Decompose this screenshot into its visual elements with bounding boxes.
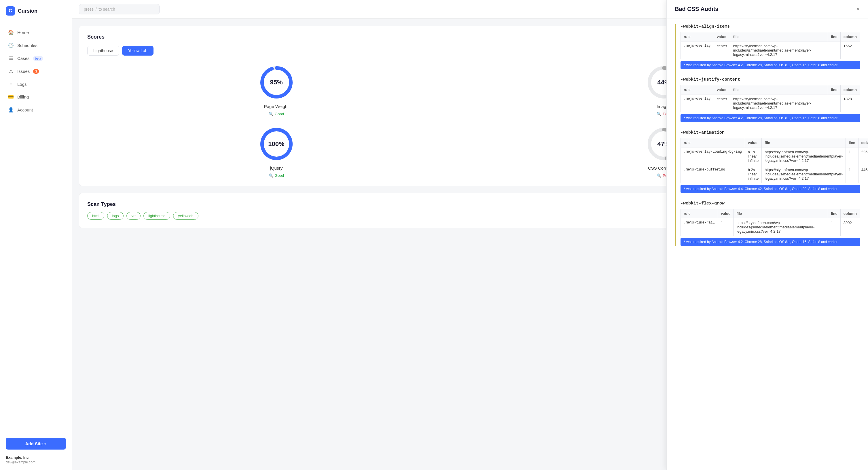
search-icon-jquery[interactable]: 🔍 xyxy=(269,174,273,178)
col-value-1: value xyxy=(714,32,730,41)
account-icon: 👤 xyxy=(8,107,14,113)
cell-rule: .mejs-time-rail xyxy=(681,218,718,236)
audit-rule-name-4: -webkit-flex-grow xyxy=(681,201,860,206)
table-row: .mejs-time-rail 1 https://styleofmen.com… xyxy=(681,218,860,236)
cell-file: https://styleofmen.com/wp-includes/js/me… xyxy=(762,165,846,183)
score-value-jquery: 100% xyxy=(268,140,284,148)
audit-note-1: * was required by Android Browser 4.2, C… xyxy=(681,61,860,69)
logo-area: C Cursion xyxy=(0,0,72,22)
col-rule-4: rule xyxy=(681,209,718,218)
cell-value: center xyxy=(714,94,730,112)
search-icon-pageweight[interactable]: 🔍 xyxy=(269,112,273,116)
audit-note-3: * was required by Android Browser 4.4, C… xyxy=(681,185,860,193)
beta-badge: beta xyxy=(33,56,43,61)
search-icon-images[interactable]: 🔍 xyxy=(657,112,661,116)
cell-rule: .mejs-overlay xyxy=(681,94,714,112)
sidebar-item-account[interactable]: 👤 Account xyxy=(2,104,69,116)
user-info: Example, Inc dev@example.com xyxy=(6,454,66,465)
cell-value: 1 xyxy=(718,218,734,236)
table-row: .mejs-overlay center https://styleofmen.… xyxy=(681,41,860,59)
tab-lighthouse[interactable]: Lighthouse xyxy=(87,46,119,56)
sidebar-footer: Add Site + Example, Inc dev@example.com xyxy=(0,433,72,470)
tag-lighthouse: lighthouse xyxy=(144,212,170,220)
col-file-3: file xyxy=(762,138,846,148)
sidebar-item-billing[interactable]: 💳 Billing xyxy=(2,91,69,103)
sidebar-item-label: Logs xyxy=(17,82,27,87)
col-value-4: value xyxy=(718,209,734,218)
cell-line: 1 xyxy=(828,41,840,59)
search-bar[interactable]: press '/' to search xyxy=(79,4,159,14)
audit-section-webkit-animation: -webkit-animation rule value file line c… xyxy=(681,130,860,193)
cell-line: 1 xyxy=(846,148,858,165)
side-panel: Bad CSS Audits × -webkit-align-items rul… xyxy=(666,0,868,470)
col-rule-2: rule xyxy=(681,85,714,94)
audit-rule-name-3: -webkit-animation xyxy=(681,130,860,135)
audit-table-2: rule value file line column .mejs-overla… xyxy=(681,85,860,112)
add-site-button[interactable]: Add Site + xyxy=(6,438,66,449)
user-email: dev@example.com xyxy=(6,460,66,464)
cell-col: 1828 xyxy=(840,94,860,112)
schedules-icon: 🕐 xyxy=(8,43,14,48)
cell-file: https://styleofmen.com/wp-includes/js/me… xyxy=(734,218,828,236)
tag-yellowlab: yellowlab xyxy=(173,212,198,220)
tab-yellowlab[interactable]: Yellow Lab xyxy=(122,46,154,56)
issues-icon: ⚠ xyxy=(8,68,14,74)
table-row: .mejs-time-buffering b 2s linear infinit… xyxy=(681,165,868,183)
col-rule-1: rule xyxy=(681,32,714,41)
cell-file: https://styleofmen.com/wp-includes/js/me… xyxy=(762,148,846,165)
audit-note-4: * was required by Android Browser 4.2, C… xyxy=(681,238,860,246)
cell-line: 1 xyxy=(828,218,840,236)
col-rule-3: rule xyxy=(681,138,745,148)
sidebar-item-label: Billing xyxy=(17,94,29,99)
cell-rule: .mejs-time-buffering xyxy=(681,165,745,183)
score-label-jquery: jQuery xyxy=(270,165,282,170)
col-file-2: file xyxy=(730,85,828,94)
sidebar: C Cursion 🏠 Home 🕐 Schedules ☰ Cases bet… xyxy=(0,0,72,470)
table-row: .mejs-overlay center https://styleofmen.… xyxy=(681,94,860,112)
billing-icon: 💳 xyxy=(8,94,14,100)
audit-section-webkit-flex-grow: -webkit-flex-grow rule value file line c… xyxy=(681,201,860,246)
table-row: .mejs-overlay-loading-bg-img a 1s linear… xyxy=(681,148,868,165)
sidebar-item-label: Cases xyxy=(17,56,30,61)
sidebar-item-home[interactable]: 🏠 Home xyxy=(2,26,69,39)
panel-body-inner: -webkit-align-items rule value file line… xyxy=(675,24,860,246)
cell-col: 2253 xyxy=(858,148,868,165)
col-file-4: file xyxy=(734,209,828,218)
audit-table-1: rule value file line column .mejs-overla… xyxy=(681,32,860,59)
panel-close-button[interactable]: × xyxy=(856,6,860,12)
logo-icon: C xyxy=(6,6,15,15)
tag-html: html xyxy=(87,212,104,220)
cell-file: https://styleofmen.com/wp-includes/js/me… xyxy=(730,41,828,59)
audit-note-2: * was required by Android Browser 4.2, C… xyxy=(681,114,860,122)
search-icon-csscomplexity[interactable]: 🔍 xyxy=(657,174,661,178)
col-line-4: line xyxy=(828,209,840,218)
sidebar-item-cases[interactable]: ☰ Cases beta xyxy=(2,52,69,64)
cases-icon: ☰ xyxy=(8,56,14,61)
status-good-jquery: Good xyxy=(275,174,284,178)
sidebar-item-logs[interactable]: ≡ Logs xyxy=(2,78,69,90)
score-label-pageweight: Page Weight xyxy=(264,104,289,109)
panel-body: -webkit-align-items rule value file line… xyxy=(667,19,868,470)
score-item-pageweight: 95% Page Weight 🔍 Good xyxy=(87,64,465,116)
audit-table-4: rule value file line column .mejs-time-r… xyxy=(681,209,860,236)
col-line-2: line xyxy=(828,85,840,94)
audit-rule-name-2: -webkit-justify-content xyxy=(681,77,860,82)
col-line-1: line xyxy=(828,32,840,41)
audit-section-webkit-justify-content: -webkit-justify-content rule value file … xyxy=(681,77,860,122)
cell-value: b 2s linear infinite xyxy=(745,165,762,183)
home-icon: 🏠 xyxy=(8,30,14,35)
col-value-3: value xyxy=(745,138,762,148)
sidebar-item-schedules[interactable]: 🕐 Schedules xyxy=(2,39,69,52)
cell-col: 4454 xyxy=(858,165,868,183)
audit-section-webkit-align-items: -webkit-align-items rule value file line… xyxy=(681,24,860,69)
col-line-3: line xyxy=(846,138,858,148)
cell-value: center xyxy=(714,41,730,59)
cell-line: 1 xyxy=(846,165,858,183)
tag-vrt: vrt xyxy=(126,212,140,220)
cell-line: 1 xyxy=(828,94,840,112)
sidebar-item-label: Issues xyxy=(17,69,30,74)
cell-file: https://styleofmen.com/wp-includes/js/me… xyxy=(730,94,828,112)
col-file-1: file xyxy=(730,32,828,41)
audit-rule-name-1: -webkit-align-items xyxy=(681,24,860,29)
sidebar-item-issues[interactable]: ⚠ Issues 3 xyxy=(2,65,69,77)
